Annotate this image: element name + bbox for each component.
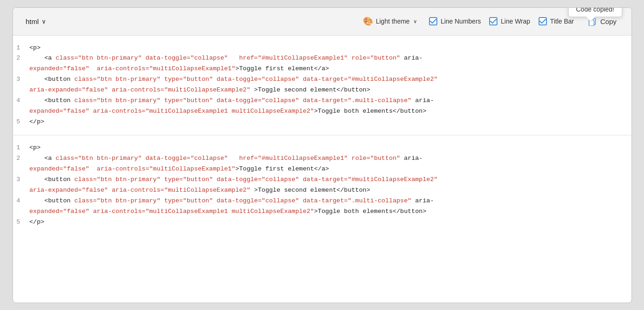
code-line: 3 <button class="btn btn-primary" type="… xyxy=(13,74,632,85)
theme-selector[interactable]: 🎨 Light theme ∨ xyxy=(359,13,421,29)
code-panels-container: 1<p>2 <a class="btn btn-primary" data-to… xyxy=(13,36,632,235)
tag-token xyxy=(160,176,164,183)
attr-token: type="button" xyxy=(164,76,213,83)
code-panel-1: 1<p>2 <a class="btn btn-primary" data-to… xyxy=(13,36,632,136)
attr-token: data-target=".multi-collapse" xyxy=(303,197,411,204)
code-line: 2 <a class="btn btn-primary" data-toggle… xyxy=(13,153,632,164)
code-line: 4 <button class="btn btn-primary" type="… xyxy=(13,96,632,106)
tag-token: >Toggle second element</button> xyxy=(251,187,370,194)
line-content: expanded="false" aria-controls="multiCol… xyxy=(30,207,627,217)
tag-token: aria- xyxy=(400,55,423,61)
attr-token: href="#multiCollapseExample1" xyxy=(239,155,348,162)
tag-token: aria- xyxy=(411,97,434,104)
tag-token: <button xyxy=(30,76,74,83)
theme-label: Light theme xyxy=(376,18,410,25)
line-wrap-checkbox-icon xyxy=(489,17,497,25)
tag-token xyxy=(160,97,164,104)
attr-token: href="#multiCollapseExample1" xyxy=(239,55,348,61)
line-content: expanded="false" aria-controls="multiCol… xyxy=(30,106,627,117)
tag-token xyxy=(213,197,217,204)
attr-token: data-target=".multi-collapse" xyxy=(303,97,411,104)
attr-token: aria-controls="multiCollapseExample2" xyxy=(112,86,251,93)
line-content: <button class="btn btn-primary" type="bu… xyxy=(30,175,627,185)
attr-token: class="btn btn-primary" xyxy=(74,76,160,83)
attr-token: aria-controls="multiCollapseExample1" xyxy=(97,65,235,72)
attr-token: type="button" xyxy=(164,97,213,104)
tag-token xyxy=(228,55,239,61)
code-line: 1<p> xyxy=(13,143,632,153)
attr-token: class="btn btn-primary" xyxy=(74,197,160,204)
code-block-2: 1<p>2 <a class="btn btn-primary" data-to… xyxy=(13,143,632,228)
code-line: 5</p> xyxy=(13,117,632,128)
tag-token xyxy=(108,86,112,93)
attr-token: expanded="false" xyxy=(30,208,90,215)
tag-token xyxy=(299,76,303,83)
line-content: <button class="btn btn-primary" type="bu… xyxy=(30,74,627,85)
line-content: aria-expanded="false" aria-controls="mul… xyxy=(30,185,627,196)
tag-token: <p> xyxy=(30,44,41,51)
attr-token: role="button" xyxy=(351,155,400,162)
line-content: <button class="btn btn-primary" type="bu… xyxy=(30,196,627,207)
line-content: <p> xyxy=(30,143,627,153)
line-number: 2 xyxy=(13,153,30,164)
line-numbers-checkbox-icon xyxy=(429,17,437,25)
tag-token: >Toggle both elements</button> xyxy=(314,208,426,215)
line-content: <p> xyxy=(30,43,627,54)
tag-token: <a xyxy=(30,55,56,61)
tag-token: >Toggle first element</a> xyxy=(235,65,329,72)
code-line: 5</p> xyxy=(13,217,632,228)
line-number: 3 xyxy=(13,74,30,85)
attr-token: expanded="false" xyxy=(30,108,90,115)
attr-token: data-target="#multiCollapseExample2" xyxy=(303,176,438,183)
tag-token: <a xyxy=(30,155,56,162)
line-wrap-label: Line Wrap xyxy=(501,18,530,25)
attr-token: role="button" xyxy=(351,55,400,61)
tag-token xyxy=(142,155,146,162)
tag-token xyxy=(160,197,164,204)
line-wrap-control[interactable]: Line Wrap xyxy=(489,17,530,25)
attr-token: expanded="false" xyxy=(30,165,90,172)
attr-token: aria-controls="multiCollapseExample1 mul… xyxy=(93,208,314,215)
attr-token: aria-controls="multiCollapseExample1 mul… xyxy=(93,108,314,115)
attr-token: class="btn btn-primary" xyxy=(74,176,160,183)
palette-icon: 🎨 xyxy=(363,16,373,26)
code-line: expanded="false" aria-controls="multiCol… xyxy=(13,106,632,117)
tag-token xyxy=(299,197,303,204)
code-block-1: 1<p>2 <a class="btn btn-primary" data-to… xyxy=(13,43,632,128)
attr-token: data-toggle="collapse" xyxy=(217,197,299,204)
attr-token: type="button" xyxy=(164,176,213,183)
tooltip-text: Code copied! xyxy=(576,7,614,13)
line-content: expanded="false" aria-controls="multiCol… xyxy=(30,164,627,175)
main-container: Code copied! html ∨ 🎨 Light theme ∨ Line… xyxy=(12,7,632,303)
line-number: 1 xyxy=(13,143,30,153)
attr-token: data-toggle="collapse" xyxy=(146,155,228,162)
line-content: <a class="btn btn-primary" data-toggle="… xyxy=(30,53,627,64)
tag-token: >Toggle second element</button> xyxy=(251,86,370,93)
code-line: 1<p> xyxy=(13,43,632,54)
attr-token: expanded="false" xyxy=(30,65,90,72)
attr-token: data-toggle="collapse" xyxy=(146,55,228,61)
lang-selector[interactable]: html ∨ xyxy=(22,15,50,28)
line-number: 4 xyxy=(13,196,30,207)
line-numbers-control[interactable]: Line Numbers xyxy=(429,17,481,25)
title-bar-label: Title Bar xyxy=(550,18,574,25)
tag-token xyxy=(89,65,97,72)
tag-token: <button xyxy=(30,176,74,183)
tag-token xyxy=(89,165,97,172)
tag-token: </p> xyxy=(30,118,44,125)
tag-token xyxy=(213,76,217,83)
attr-token: aria-controls="multiCollapseExample2" xyxy=(112,187,251,194)
title-bar-control[interactable]: Title Bar xyxy=(539,17,574,25)
line-number: 3 xyxy=(13,175,30,185)
line-content: expanded="false" aria-controls="multiCol… xyxy=(30,64,627,74)
tag-token xyxy=(299,176,303,183)
line-number: 1 xyxy=(13,43,30,54)
attr-token: class="btn btn-primary" xyxy=(55,55,141,61)
lang-chevron-icon: ∨ xyxy=(42,18,46,25)
line-content: aria-expanded="false" aria-controls="mul… xyxy=(30,85,627,96)
code-line: expanded="false" aria-controls="multiCol… xyxy=(13,64,632,74)
line-content: </p> xyxy=(30,117,627,128)
code-line: aria-expanded="false" aria-controls="mul… xyxy=(13,185,632,196)
attr-token: type="button" xyxy=(164,197,213,204)
line-number: 5 xyxy=(13,117,30,128)
